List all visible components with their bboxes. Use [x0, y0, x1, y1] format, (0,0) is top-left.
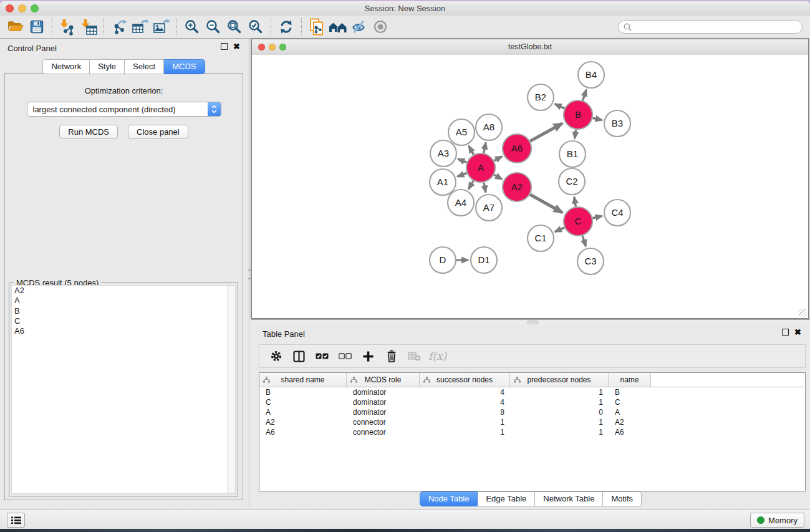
graph-node-A[interactable]: A: [466, 153, 495, 182]
tab-mcds[interactable]: MCDS: [164, 59, 205, 74]
table-options-gear-icon[interactable]: [264, 347, 287, 365]
mcds-result-item[interactable]: A2: [12, 286, 235, 296]
export-network-icon[interactable]: [108, 17, 130, 36]
show-all-icon[interactable]: [370, 17, 391, 36]
graph-node-C4[interactable]: C4: [604, 200, 630, 226]
close-panel-icon[interactable]: ✖: [794, 329, 801, 336]
graph-edge-A-A3[interactable]: [458, 159, 466, 163]
refresh-icon[interactable]: [276, 17, 297, 36]
search-field[interactable]: [618, 20, 803, 34]
mcds-result-item[interactable]: A: [12, 296, 235, 306]
float-panel-icon[interactable]: [782, 329, 789, 336]
table-row[interactable]: A2connector11A2: [259, 417, 805, 427]
close-panel-button[interactable]: Close panel: [128, 125, 188, 139]
mcds-result-item[interactable]: A6: [12, 326, 235, 336]
graph-node-C3[interactable]: C3: [577, 248, 604, 274]
column-header-name[interactable]: name: [609, 373, 651, 387]
graph-node-B4[interactable]: B4: [578, 62, 604, 88]
graph-edge-A-A8[interactable]: [484, 143, 486, 153]
first-neighbors-icon[interactable]: [327, 17, 349, 36]
search-input[interactable]: [635, 22, 797, 32]
hide-selected-icon[interactable]: [349, 17, 370, 36]
scrollbar-track[interactable]: [227, 286, 235, 493]
zoom-out-icon[interactable]: [203, 17, 224, 36]
graph-node-C1[interactable]: C1: [528, 225, 554, 251]
create-column-icon[interactable]: [357, 347, 380, 365]
graph-node-B3[interactable]: B3: [604, 110, 630, 137]
graph-node-C[interactable]: C: [564, 207, 592, 236]
graph-edge-A-A4[interactable]: [468, 181, 473, 190]
graph-node-A2[interactable]: A2: [503, 173, 531, 201]
save-session-icon[interactable]: [26, 17, 47, 36]
zoom-fit-icon[interactable]: [224, 17, 245, 36]
new-network-from-selection-icon[interactable]: [306, 17, 327, 36]
graph-node-D1[interactable]: D1: [471, 247, 497, 273]
unselect-all-checkboxes-icon[interactable]: [334, 347, 357, 365]
column-header-successor-nodes[interactable]: successor nodes: [420, 373, 510, 387]
graph-edge-C-C4[interactable]: [592, 216, 602, 218]
graph-edge-B-B4[interactable]: [583, 90, 587, 100]
import-network-icon[interactable]: [57, 17, 78, 36]
optimization-criterion-select[interactable]: largest connected component (directed): [27, 102, 221, 117]
graph-edge-A-A5[interactable]: [469, 146, 474, 155]
tab-network[interactable]: Network: [42, 59, 90, 74]
delete-columns-icon[interactable]: [380, 347, 403, 365]
graph-node-D[interactable]: D: [430, 247, 456, 273]
graph-node-B[interactable]: B: [564, 100, 592, 129]
resize-grip-icon[interactable]: [799, 309, 807, 317]
mcds-result-item[interactable]: B: [12, 306, 235, 316]
run-mcds-button[interactable]: Run MCDS: [59, 125, 118, 139]
table-header[interactable]: shared nameMCDS rolesuccessor nodesprede…: [259, 373, 805, 387]
graph-edge-A-A6[interactable]: [494, 157, 502, 161]
graph-node-A8[interactable]: A8: [476, 114, 502, 140]
graph-edge-B-B1[interactable]: [575, 130, 576, 139]
graph-node-B2[interactable]: B2: [528, 84, 554, 110]
tab-network-table[interactable]: Network Table: [535, 491, 603, 506]
tab-edge-table[interactable]: Edge Table: [478, 491, 535, 506]
graph-node-A7[interactable]: A7: [476, 195, 502, 221]
graph-node-A4[interactable]: A4: [448, 190, 474, 216]
graph-edge-A-A1[interactable]: [457, 173, 466, 177]
graph-node-C2[interactable]: C2: [559, 168, 585, 195]
graph-node-A1[interactable]: A1: [430, 169, 456, 195]
graph-edge-A-A2[interactable]: [494, 175, 502, 179]
graph-edge-A6-B[interactable]: [530, 123, 562, 141]
open-file-icon[interactable]: [5, 17, 26, 36]
tab-style[interactable]: Style: [90, 59, 125, 74]
graph-edge-A-A7[interactable]: [484, 183, 486, 193]
column-header-shared-name[interactable]: shared name: [259, 373, 347, 387]
network-canvas[interactable]: B4B2BB3A8A5A6A3B1AC2A1A2A4A7C4CC1C3DD1: [252, 55, 808, 318]
table-row[interactable]: Bdominator41B: [259, 387, 805, 397]
mcds-result-list[interactable]: A2ABCA6: [11, 285, 236, 494]
memory-button[interactable]: Memory: [750, 513, 804, 528]
function-builder-icon[interactable]: f(x): [428, 350, 446, 362]
tab-select[interactable]: Select: [125, 59, 164, 74]
export-image-icon[interactable]: [151, 17, 172, 36]
column-header-predecessor-nodes[interactable]: predecessor nodes: [510, 373, 609, 387]
task-history-button[interactable]: [7, 513, 25, 528]
show-columns-icon[interactable]: [287, 347, 311, 365]
zoom-selected-icon[interactable]: [245, 17, 266, 36]
graph-node-B1[interactable]: B1: [559, 141, 586, 167]
graph-edge-C-C2[interactable]: [574, 197, 576, 207]
mcds-result-item[interactable]: C: [12, 316, 235, 326]
tab-motifs[interactable]: Motifs: [603, 491, 642, 506]
select-all-checkboxes-icon[interactable]: [311, 347, 334, 365]
graph-edge-B-B3[interactable]: [592, 118, 602, 120]
import-table-icon[interactable]: [78, 17, 99, 36]
export-table-icon[interactable]: [130, 17, 151, 36]
zoom-in-icon[interactable]: [181, 17, 203, 36]
graph-node-A5[interactable]: A5: [448, 119, 475, 145]
graph-edge-B-B2[interactable]: [555, 104, 565, 109]
tab-node-table[interactable]: Node Table: [420, 491, 478, 506]
column-header-MCDS-role[interactable]: MCDS role: [347, 373, 420, 387]
float-panel-icon[interactable]: [221, 43, 228, 50]
graph-edge-A2-C[interactable]: [530, 195, 562, 213]
graph-node-A3[interactable]: A3: [430, 140, 456, 167]
table-row[interactable]: A6connector11A6: [259, 427, 805, 437]
graph-edge-C-C1[interactable]: [555, 228, 564, 232]
close-panel-icon[interactable]: ✖: [233, 43, 240, 50]
graph-edge-C-C3[interactable]: [582, 236, 586, 246]
table-row[interactable]: Adominator80A: [259, 407, 805, 417]
graph-node-A6[interactable]: A6: [503, 134, 531, 163]
